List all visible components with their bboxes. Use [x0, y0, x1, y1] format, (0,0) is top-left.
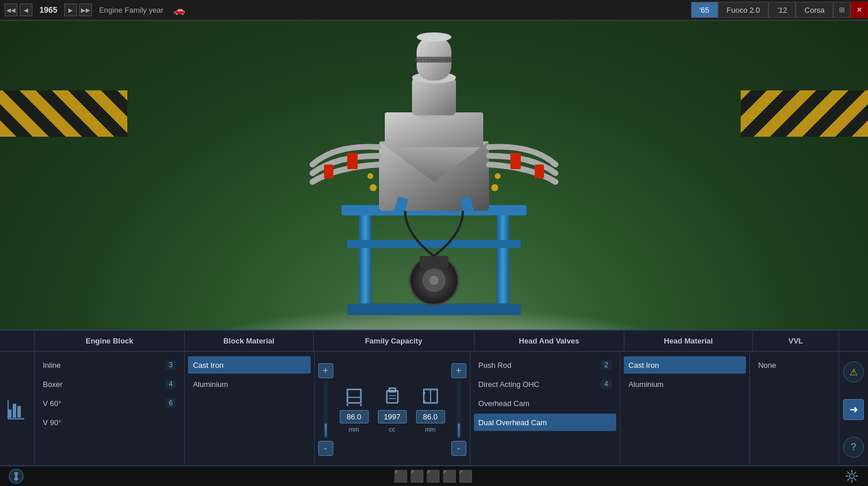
svg-rect-10 — [324, 165, 333, 178]
head-direct-acting-ohc[interactable]: Direct Acting OHC 4 — [474, 375, 616, 393]
svg-point-21 — [370, 184, 377, 191]
status-left — [0, 468, 32, 484]
capacity-control: 1997 cc — [378, 387, 407, 433]
graph-icon-area — [0, 352, 35, 467]
svg-rect-18 — [417, 57, 451, 63]
vvl-none[interactable]: None — [753, 356, 835, 374]
svg-point-16 — [417, 32, 451, 42]
capacity-plus2-button[interactable]: + — [451, 363, 466, 378]
head-material-aluminium[interactable]: Aluminium — [624, 375, 746, 393]
nav-next-button[interactable]: ▶ — [64, 3, 77, 16]
block-material-aluminium[interactable]: Aluminium — [188, 375, 310, 393]
bore-control: 86.0 mm — [340, 387, 369, 433]
capacity-icon — [382, 387, 403, 408]
engine-block-col: Inline 3 Boxer 4 V 60° 6 V 90° — [35, 352, 185, 467]
capacity-minus-button[interactable]: - — [318, 441, 333, 456]
svg-rect-34 — [347, 389, 361, 403]
family-capacity-header: Family Capacity — [314, 331, 475, 351]
capacity-main-controls: 86.0 mm 1997 cc — [336, 387, 449, 433]
car-icon: 🚗 — [170, 5, 189, 16]
capacity-slider2-container: + - — [451, 363, 466, 456]
bore-unit: mm — [348, 426, 359, 433]
era-tab[interactable]: '65 — [691, 2, 718, 18]
bore-value[interactable]: 86.0 — [340, 410, 369, 423]
year-display: 1965 — [35, 5, 62, 14]
close-button[interactable]: ✕ — [851, 2, 868, 18]
engine-viewport: AUTOMATION — [0, 21, 868, 348]
grid-icon-button[interactable]: ⊞ — [833, 2, 851, 18]
head-material-col: Cast Iron Aluminium — [620, 352, 750, 467]
svg-point-48 — [849, 474, 854, 478]
engine-block-boxer[interactable]: Boxer 4 — [38, 375, 181, 393]
status-dots-icon: ⬛⬛⬛⬛⬛ — [393, 469, 475, 483]
svg-rect-30 — [13, 404, 16, 418]
capacity-slider-thumb — [325, 423, 327, 437]
svg-rect-8 — [347, 153, 358, 169]
bottom-panel: Engine Block Block Material Family Capac… — [0, 330, 868, 486]
svg-rect-1 — [496, 211, 509, 315]
svg-rect-38 — [387, 390, 398, 403]
capacity-icons-row: 86.0 mm 1997 cc — [340, 387, 445, 433]
head-push-rod[interactable]: Push Rod 2 — [474, 356, 616, 374]
capacity-slider2[interactable] — [457, 381, 461, 439]
svg-point-24 — [495, 173, 501, 179]
status-right — [836, 468, 868, 484]
engine-block-v90[interactable]: V 90° — [38, 414, 181, 431]
block-material-cast-iron[interactable]: Cast Iron — [188, 356, 310, 374]
warning-info-button[interactable]: ⚠ — [843, 361, 864, 382]
next-arrow-button[interactable]: ➜ — [843, 399, 864, 420]
engine-block-header: Engine Block — [35, 331, 185, 351]
svg-rect-0 — [359, 211, 372, 315]
nav-first-button[interactable]: ◀◀ — [5, 3, 17, 16]
vvl-header: VVL — [753, 331, 839, 351]
head-dual-overhead-cam[interactable]: Dual Overhead Cam — [474, 414, 616, 431]
family-capacity-col: + - — [315, 352, 470, 467]
capacity-minus2-button[interactable]: - — [451, 441, 466, 456]
capacity-slider-container: + - — [318, 363, 333, 456]
stroke-unit: mm — [425, 426, 435, 433]
svg-point-27 — [429, 276, 439, 285]
icon-col-header — [0, 331, 35, 351]
extra-col: ⚠ ➜ ? — [839, 352, 868, 467]
engine-block-inline[interactable]: Inline 3 — [38, 356, 181, 374]
capacity-slider[interactable] — [323, 381, 328, 439]
head-material-cast-iron[interactable]: Cast Iron — [624, 356, 746, 374]
nav-prev-button[interactable]: ◀ — [20, 3, 32, 16]
block-material-col: Cast Iron Aluminium — [185, 352, 314, 467]
top-bar-left: ◀◀ ◀ 1965 ▶ ▶▶ Engine Family year 🚗 — [0, 3, 691, 16]
head-material-header: Head Material — [624, 331, 753, 351]
family-capacity-controls: + - — [316, 354, 469, 465]
capacity-plus-button[interactable]: + — [318, 363, 333, 378]
svg-rect-31 — [17, 406, 21, 418]
capacity-unit: cc — [389, 426, 395, 433]
settings-icon — [844, 468, 860, 484]
status-bar: ⬛⬛⬛⬛⬛ — [0, 465, 868, 486]
engine-family-label: Engine Family year — [94, 6, 168, 14]
svg-rect-11 — [535, 165, 544, 178]
vvl-col: None — [750, 352, 839, 467]
svg-point-22 — [491, 184, 498, 191]
engine-svg: AUTOMATION — [289, 31, 579, 338]
nav-last-button[interactable]: ▶▶ — [79, 3, 92, 16]
help-button[interactable]: ? — [843, 437, 864, 458]
extra-col-header — [839, 331, 868, 351]
svg-rect-3 — [347, 240, 521, 248]
capacity-slider2-thumb — [458, 423, 460, 437]
engine-visual: AUTOMATION — [0, 21, 868, 348]
stroke-icon — [420, 387, 441, 408]
status-center: ⬛⬛⬛⬛⬛ — [32, 469, 836, 483]
engine-block-v60[interactable]: V 60° 6 — [38, 394, 181, 412]
column-content: Inline 3 Boxer 4 V 60° 6 V 90° Cast Iron… — [0, 352, 868, 467]
model-tab[interactable]: Fuoco 2.0 — [718, 2, 769, 18]
top-bar-right: '65 Fuoco 2.0 '12 Corsa ⊞ ✕ — [691, 2, 868, 18]
stroke-control: 86.0 mm — [416, 387, 445, 433]
capacity-value[interactable]: 1997 — [378, 410, 407, 423]
svg-rect-28 — [420, 256, 448, 268]
column-headers: Engine Block Block Material Family Capac… — [0, 331, 868, 352]
year-tab[interactable]: '12 — [768, 2, 796, 18]
block-material-header: Block Material — [185, 331, 313, 351]
wrench-icon — [8, 468, 24, 484]
stroke-value[interactable]: 86.0 — [416, 410, 445, 423]
head-overhead-cam[interactable]: Overhead Cam — [474, 394, 616, 412]
trim-tab[interactable]: Corsa — [796, 2, 833, 18]
